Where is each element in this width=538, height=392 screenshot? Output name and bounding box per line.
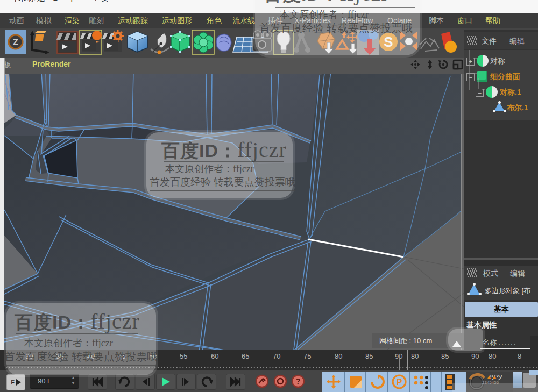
svg-text:Z: Z: [13, 37, 18, 47]
svg-text:P: P: [397, 377, 402, 387]
svg-text:?: ?: [296, 377, 301, 386]
